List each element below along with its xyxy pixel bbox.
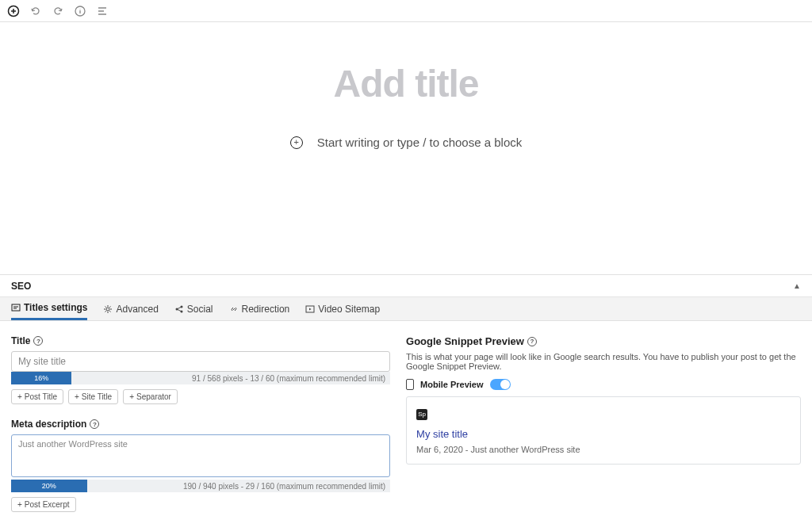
editor-toolbar — [0, 0, 812, 22]
tab-social[interactable]: Social — [174, 297, 213, 320]
meta-tag-buttons: Post Excerpt — [11, 497, 390, 512]
block-inserter-prompt[interactable]: + Start writing or type / to choose a bl… — [0, 136, 812, 149]
add-block-icon[interactable] — [6, 4, 21, 18]
help-icon[interactable]: ? — [527, 337, 537, 346]
mobile-preview-row: Mobile Preview — [406, 379, 801, 390]
favicon-icon: Sp — [416, 409, 427, 420]
title-limit-text: 91 / 568 pixels - 13 / 60 (maximum recom… — [192, 374, 385, 383]
meta-label: Meta description ? — [11, 419, 390, 430]
mobile-preview-toggle[interactable] — [490, 379, 511, 390]
seo-title-input[interactable] — [11, 351, 390, 372]
title-label: Title ? — [11, 335, 390, 346]
tag-post-excerpt[interactable]: Post Excerpt — [11, 497, 76, 512]
gear-icon — [103, 304, 113, 314]
seo-left-column: Title ? 16% 91 / 568 pixels - 13 / 60 (m… — [11, 335, 390, 512]
meta-limit-text: 190 / 940 pixels - 29 / 160 (maximum rec… — [183, 482, 385, 491]
outline-icon[interactable] — [95, 4, 109, 18]
seo-panel-header[interactable]: SEO ▲ — [0, 275, 812, 297]
mobile-icon — [406, 379, 414, 390]
video-icon — [305, 304, 315, 314]
meta-progress-row: 20% 190 / 940 pixels - 29 / 160 (maximum… — [11, 480, 390, 492]
plus-circle-icon: + — [290, 136, 303, 149]
tab-advanced[interactable]: Advanced — [103, 297, 158, 320]
undo-icon[interactable] — [29, 4, 43, 18]
titles-icon — [11, 303, 21, 312]
tag-site-title[interactable]: Site Title — [68, 389, 118, 404]
help-icon[interactable]: ? — [33, 336, 43, 346]
seo-right-column: Google Snippet Preview ? This is what yo… — [406, 335, 801, 512]
seo-panel: SEO ▲ Titles settings Advanced Social Re… — [0, 274, 812, 520]
editor-canvas: Add title + Start writing or type / to c… — [0, 22, 812, 149]
link-icon — [229, 304, 239, 314]
google-snippet-card: Sp My site title Mar 6, 2020 - Just anot… — [406, 396, 801, 465]
snippet-result-meta: Mar 6, 2020 - Just another WordPress sit… — [416, 445, 791, 454]
tag-post-title[interactable]: Post Title — [11, 389, 63, 404]
snippet-preview-desc: This is what your page will look like in… — [406, 352, 801, 371]
meta-progress-bar: 20% — [11, 480, 87, 492]
help-icon[interactable]: ? — [90, 419, 99, 429]
mobile-preview-label: Mobile Preview — [420, 380, 483, 389]
title-tag-buttons: Post Title Site Title Separator — [11, 389, 390, 404]
info-icon[interactable] — [73, 4, 87, 18]
title-progress-bar: 16% — [11, 372, 71, 384]
block-prompt-text: Start writing or type / to choose a bloc… — [317, 136, 522, 149]
tab-titles-settings[interactable]: Titles settings — [11, 297, 87, 320]
tab-video-sitemap[interactable]: Video Sitemap — [305, 297, 380, 320]
post-title-input[interactable]: Add title — [0, 62, 812, 105]
snippet-result-title: My site title — [416, 428, 791, 440]
tag-separator[interactable]: Separator — [123, 389, 178, 404]
svg-rect-2 — [12, 304, 20, 311]
chevron-up-icon: ▲ — [793, 281, 801, 290]
snippet-preview-title: Google Snippet Preview ? — [406, 335, 801, 347]
seo-tabs: Titles settings Advanced Social Redirect… — [0, 297, 812, 321]
share-icon — [174, 304, 184, 314]
svg-point-3 — [106, 308, 109, 311]
seo-panel-title: SEO — [11, 281, 31, 292]
tab-redirection[interactable]: Redirection — [229, 297, 290, 320]
title-progress-row: 16% 91 / 568 pixels - 13 / 60 (maximum r… — [11, 372, 390, 384]
redo-icon[interactable] — [51, 4, 65, 18]
seo-meta-textarea[interactable]: Just another WordPress site — [11, 434, 390, 477]
